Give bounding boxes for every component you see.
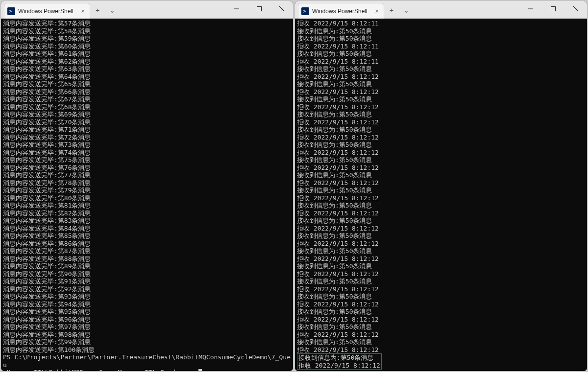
output-line: 接收到信息为:第50条消息 bbox=[297, 278, 585, 285]
output-line: 接收到信息为:第50条消息 bbox=[297, 141, 585, 149]
output-line: 拒收 2022/9/15 8:12:11 bbox=[297, 20, 585, 27]
output-line: 接收到信息为:第50条消息 bbox=[297, 156, 585, 164]
output-line: 拒收 2022/9/15 8:12:12 bbox=[297, 331, 585, 339]
output-line: 接收到信息为:第50条消息 bbox=[297, 27, 585, 35]
output-line: 接收到信息为:第50条消息 bbox=[297, 202, 585, 209]
output-line: 拒收 2022/9/15 8:12:12 bbox=[297, 194, 585, 202]
output-line: 拒收 2022/9/15 8:12:12 bbox=[297, 225, 585, 232]
output-line: 拒收 2022/9/15 8:12:12 bbox=[297, 301, 585, 308]
powershell-icon bbox=[301, 7, 309, 15]
svg-rect-1 bbox=[257, 7, 262, 11]
maximize-button[interactable] bbox=[542, 1, 564, 17]
titlebar-left[interactable]: Windows PowerShell × + ⌄ bbox=[1, 1, 293, 19]
output-line: 拒收 2022/9/15 8:12:12 bbox=[297, 88, 585, 96]
output-line: 拒收 2022/9/15 8:12:11 bbox=[297, 43, 585, 50]
close-window-button[interactable] bbox=[270, 1, 293, 17]
minimize-button[interactable] bbox=[519, 1, 542, 17]
output-line: 拒收 2022/9/15 8:12:12 bbox=[297, 118, 585, 126]
output-line: 接收到信息为:第50条消息 bbox=[297, 338, 585, 346]
highlighted-output: 接收到信息为:第50条消息拒收 2022/9/15 8:12:12 bbox=[297, 353, 382, 370]
output-line: 接收到信息为:第50条消息 bbox=[297, 186, 585, 194]
output-line: 接收到信息为:第50条消息 bbox=[297, 232, 585, 240]
output-line: 接收到信息为:第50条消息 bbox=[297, 217, 585, 225]
output-line: 拒收 2022/9/15 8:12:12 bbox=[297, 270, 585, 278]
output-line: 拒收 2022/9/15 8:12:12 bbox=[297, 164, 585, 172]
output-line: 接收到信息为:第50条消息 bbox=[297, 308, 585, 316]
output-line: 拒收 2022/9/15 8:12:12 bbox=[297, 240, 585, 248]
new-tab-button[interactable]: + bbox=[90, 3, 105, 18]
tab-powershell-right[interactable]: Windows PowerShell × bbox=[298, 3, 384, 19]
output-line: 接收到信息为:第50条消息 bbox=[297, 323, 585, 331]
output-line: 拒收 2022/9/15 8:12:12 bbox=[297, 209, 585, 217]
tab-menu-button[interactable]: ⌄ bbox=[399, 3, 414, 18]
powershell-window-right: Windows PowerShell × + ⌄ 拒收 2022/9/15 8:… bbox=[294, 0, 588, 372]
cursor bbox=[198, 369, 202, 371]
minimize-button[interactable] bbox=[225, 1, 248, 17]
output-line: 拒收 2022/9/15 8:12:12 bbox=[297, 73, 585, 81]
svg-rect-5 bbox=[551, 7, 556, 11]
terminal-output-left[interactable]: 消息内容发送完毕:第57条消息 消息内容发送完毕:第58条消息 消息内容发送完毕… bbox=[1, 19, 293, 371]
tab-menu-button[interactable]: ⌄ bbox=[105, 3, 120, 18]
output-line: 拒收 2022/9/15 8:12:12 bbox=[297, 134, 585, 141]
tab-close-button[interactable]: × bbox=[373, 7, 381, 15]
output-line: 拒收 2022/9/15 8:12:12 bbox=[297, 346, 585, 354]
output-line: 拒收 2022/9/15 8:12:11 bbox=[297, 58, 585, 66]
output-line: 拒收 2022/9/15 8:12:12 bbox=[297, 103, 585, 111]
titlebar-right[interactable]: Windows PowerShell × + ⌄ bbox=[295, 1, 587, 19]
output-line: 接收到信息为:第50条消息 bbox=[297, 262, 585, 270]
output-line: 拒收 2022/9/15 8:12:12 bbox=[297, 255, 585, 263]
maximize-button[interactable] bbox=[248, 1, 270, 17]
output-line: 接收到信息为:第50条消息 bbox=[297, 171, 585, 179]
powershell-window-left: Windows PowerShell × + ⌄ 消息内容发送完毕:第57条消息… bbox=[0, 0, 294, 372]
output-line: 接收到信息为:第50条消息 bbox=[297, 95, 585, 103]
tab-title: Windows PowerShell bbox=[18, 8, 76, 15]
output-line: 拒收 2022/9/15 8:12:12 bbox=[297, 179, 585, 187]
output-line: 拒收 2022/9/15 8:12:12 bbox=[297, 149, 585, 157]
output-line: 接收到信息为:第50条消息 bbox=[297, 50, 585, 58]
output-line: 接收到信息为:第50条消息 bbox=[297, 35, 585, 43]
new-tab-button[interactable]: + bbox=[384, 3, 399, 18]
output-line: 接收到信息为:第50条消息 bbox=[297, 293, 585, 301]
output-line: 接收到信息为:第50条消息 bbox=[297, 126, 585, 134]
tab-close-button[interactable]: × bbox=[79, 7, 87, 15]
powershell-icon bbox=[7, 7, 15, 15]
output-line: 接收到信息为:第50条消息 bbox=[297, 111, 585, 118]
close-window-button[interactable] bbox=[564, 1, 587, 17]
terminal-output-right[interactable]: 拒收 2022/9/15 8:12:11接收到信息为:第50条消息接收到信息为:… bbox=[295, 19, 587, 371]
output-line: 拒收 2022/9/15 8:12:12 bbox=[297, 316, 585, 324]
output-line: 接收到信息为:第50条消息 bbox=[297, 65, 585, 73]
tab-powershell-left[interactable]: Windows PowerShell × bbox=[4, 3, 90, 19]
output-line: 接收到信息为:第50条消息 bbox=[297, 247, 585, 255]
tab-title: Windows PowerShell bbox=[312, 8, 370, 15]
output-line: 接收到信息为:第50条消息 bbox=[297, 80, 585, 88]
output-line: 拒收 2022/9/15 8:12:12 bbox=[297, 285, 585, 293]
